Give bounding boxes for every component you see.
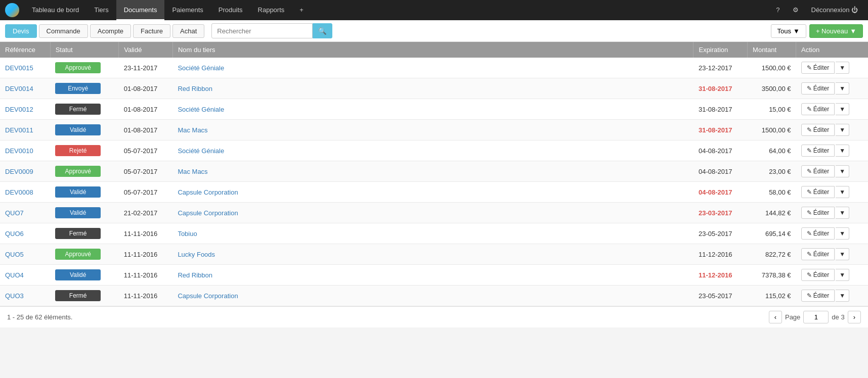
ref-link[interactable]: DEV0014 [5,85,33,92]
ref-link[interactable]: QUO7 [5,209,24,217]
edit-dropdown-button[interactable]: ▼ [836,207,849,219]
nav-help[interactable]: ? [771,0,785,20]
expiration-date: 31-08-2017 [693,78,748,99]
action-cell: ✎ Éditer ▼ [801,62,863,74]
search-box: 🔍 [211,23,332,38]
tiers-link[interactable]: Société Géniale [178,64,224,72]
edit-button[interactable]: ✎ Éditer [801,82,835,94]
expiration-date: 23-05-2017 [693,286,748,306]
ref-link[interactable]: DEV0012 [5,106,33,113]
nav-deconnexion[interactable]: Déconnexion ⏻ [806,0,863,20]
tab-acompte[interactable]: Acompte [90,24,131,38]
ref-link[interactable]: DEV0010 [5,147,33,155]
ref-link[interactable]: QUO6 [5,230,24,238]
expiration-date: 04-08-2017 [693,182,748,203]
tab-facture[interactable]: Facture [133,24,170,38]
edit-button[interactable]: ✎ Éditer [801,207,835,219]
tiers-link[interactable]: Red Ribbon [178,271,212,279]
tiers-link[interactable]: Red Ribbon [178,85,212,92]
edit-dropdown-button[interactable]: ▼ [836,290,849,302]
top-nav: Tableau de bord Tiers Documents Paiement… [0,0,868,20]
edit-dropdown-button[interactable]: ▼ [836,145,849,157]
edit-button[interactable]: ✎ Éditer [801,124,835,136]
table-row: DEV0011 Validé 01-08-2017 Mac Macs 31-08… [0,120,868,140]
edit-dropdown-button[interactable]: ▼ [836,62,849,74]
tous-button[interactable]: Tous ▼ [771,24,806,38]
footer-info: 1 - 25 de 62 éléments. [7,313,72,321]
tiers-link[interactable]: Capsule Corporation [178,209,238,217]
edit-dropdown-button[interactable]: ▼ [836,269,849,281]
search-input[interactable] [211,23,313,38]
prev-page-button[interactable]: ‹ [769,311,782,323]
ref-link[interactable]: DEV0015 [5,64,33,72]
table-row: DEV0008 Validé 05-07-2017 Capsule Corpor… [0,182,868,203]
ref-link[interactable]: QUO4 [5,271,24,279]
edit-button[interactable]: ✎ Éditer [801,145,835,157]
ref-link[interactable]: QUO5 [5,251,24,258]
date-valide: 23-11-2017 [119,58,173,78]
edit-dropdown-button[interactable]: ▼ [836,248,849,260]
edit-dropdown-button[interactable]: ▼ [836,227,849,240]
edit-button[interactable]: ✎ Éditer [801,269,835,281]
edit-button[interactable]: ✎ Éditer [801,227,835,240]
ref-link[interactable]: DEV0009 [5,168,33,175]
action-cell: ✎ Éditer ▼ [801,207,863,219]
nav-produits[interactable]: Produits [211,0,250,20]
montant-cell: 1500,00 € [748,58,796,78]
edit-dropdown-button[interactable]: ▼ [836,165,849,177]
edit-button[interactable]: ✎ Éditer [801,62,835,74]
tiers-link[interactable]: Société Géniale [178,147,224,155]
action-cell: ✎ Éditer ▼ [801,248,863,260]
edit-button[interactable]: ✎ Éditer [801,290,835,302]
edit-dropdown-button[interactable]: ▼ [836,186,849,198]
date-valide: 01-08-2017 [119,99,173,120]
ref-link[interactable]: QUO3 [5,292,24,300]
tiers-link[interactable]: Capsule Corporation [178,292,238,300]
edit-button[interactable]: ✎ Éditer [801,248,835,260]
ref-link[interactable]: DEV0008 [5,188,33,196]
nav-tableau-de-bord[interactable]: Tableau de bord [24,0,86,20]
edit-dropdown-button[interactable]: ▼ [836,103,849,115]
next-page-button[interactable]: › [848,311,861,323]
nouveau-caret: ▼ [850,27,856,35]
nav-rapports[interactable]: Rapports [250,0,292,20]
nav-documents[interactable]: Documents [116,0,165,20]
footer: 1 - 25 de 62 éléments. ‹ Page de 3 › [0,306,868,327]
table-row: DEV0010 Rejeté 05-07-2017 Société Génial… [0,140,868,161]
tab-achat[interactable]: Achat [172,24,204,38]
search-button[interactable]: 🔍 [313,23,332,38]
tous-label: Tous [777,27,791,35]
nav-paiements[interactable]: Paiements [164,0,210,20]
edit-button[interactable]: ✎ Éditer [801,165,835,177]
expiration-date: 31-08-2017 [693,120,748,140]
edit-dropdown-button[interactable]: ▼ [836,82,849,94]
status-badge: Fermé [55,228,101,239]
nouveau-button[interactable]: + Nouveau ▼ [809,24,863,38]
tiers-link[interactable]: Mac Macs [178,126,207,134]
page-input[interactable] [803,311,829,323]
montant-cell: 695,14 € [748,223,796,244]
pagination: ‹ Page de 3 › [769,311,861,323]
tiers-link[interactable]: Société Géniale [178,106,224,113]
documents-table: Référence Statut Validé Nom du tiers Exp… [0,42,868,306]
edit-dropdown-button[interactable]: ▼ [836,124,849,136]
table-row: QUO5 Approuvé 11-11-2016 Lucky Foods 11-… [0,244,868,265]
status-badge: Fermé [55,290,101,301]
action-cell: ✎ Éditer ▼ [801,186,863,198]
tiers-link[interactable]: Capsule Corporation [178,188,238,196]
montant-cell: 58,00 € [748,182,796,203]
expiration-date: 23-05-2017 [693,223,748,244]
edit-button[interactable]: ✎ Éditer [801,103,835,115]
page-total: de 3 [832,313,844,321]
tiers-link[interactable]: Tobiuo [178,230,197,238]
edit-button[interactable]: ✎ Éditer [801,186,835,198]
tiers-link[interactable]: Lucky Foods [178,251,215,258]
tab-devis[interactable]: Devis [5,24,37,38]
action-cell: ✎ Éditer ▼ [801,124,863,136]
nav-tiers[interactable]: Tiers [86,0,116,20]
nav-settings[interactable]: ⚙ [788,0,804,20]
tiers-link[interactable]: Mac Macs [178,168,207,175]
ref-link[interactable]: DEV0011 [5,126,33,134]
nav-plus[interactable]: + [292,0,311,20]
tab-commande[interactable]: Commande [39,24,88,38]
